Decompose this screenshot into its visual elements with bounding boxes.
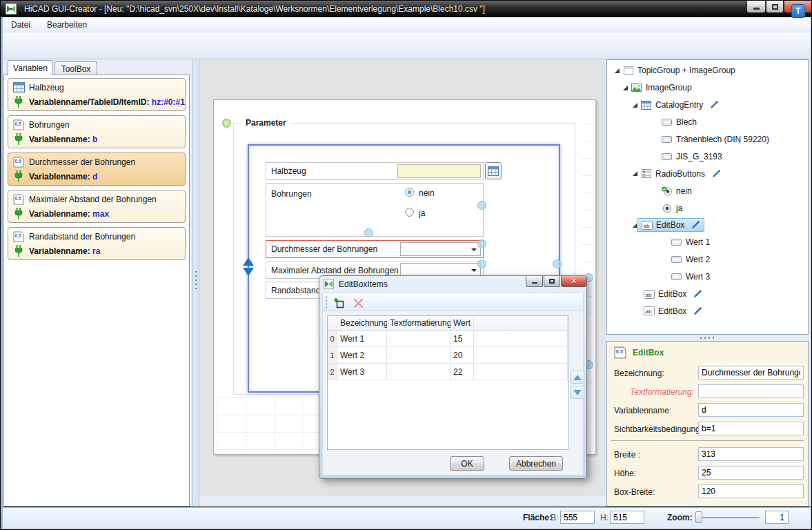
title-bar[interactable]: HiCAD GUI-Creator - [Neu: "D:\hicad_svn\… — [1, 1, 812, 17]
table-row[interactable]: 2 Wert 3 22 — [328, 364, 568, 380]
column-header-textformatierung[interactable]: Textformatierung — [387, 316, 450, 331]
tree-item-imagegroup[interactable]: ImageGroup — [607, 79, 808, 97]
tree-item-ja[interactable]: ja — [607, 199, 808, 217]
tree-item-label: EditBox — [656, 220, 684, 230]
delete-row-button[interactable] — [350, 295, 366, 311]
table-row[interactable]: 0 Wert 1 15 — [328, 331, 568, 347]
variable-card-max-abstand[interactable]: 0.5 Maximaler Abstand der Bohrungen Vari… — [8, 190, 186, 223]
tab-variablen[interactable]: Variablen — [8, 60, 53, 75]
editboxitems-dialog[interactable]: EditBoxItems ✕ Bezeichn — [319, 275, 587, 479]
prop-input-variablenname[interactable] — [698, 403, 804, 417]
tree-item-editbox-selected[interactable]: ab EditBox — [607, 217, 808, 234]
splitter-grip[interactable] — [195, 270, 198, 291]
tree-item-catalogentry[interactable]: CatalogEntry — [607, 97, 808, 114]
edit-pencil-icon[interactable] — [693, 289, 702, 299]
card-title: Bohrungen — [29, 120, 70, 130]
column-header-wert[interactable]: Wert — [450, 316, 474, 331]
cancel-button[interactable]: Abbrechen — [509, 456, 563, 471]
zoom-value-input[interactable] — [765, 511, 789, 524]
halbzeug-input[interactable] — [397, 164, 481, 178]
move-row-down-button[interactable] — [570, 386, 584, 399]
menu-bearbeiten[interactable]: Bearbeiten — [39, 17, 95, 32]
dialog-title-bar[interactable]: EditBoxItems — [324, 279, 388, 289]
edit-pencil-icon[interactable] — [711, 169, 721, 179]
prop-input-bezeichnung[interactable] — [698, 366, 804, 380]
tree-expander-icon[interactable] — [631, 102, 639, 108]
variable-card-halbzeug[interactable]: Halbzeug Variablenname/TableID/ItemID: h… — [8, 78, 186, 111]
table-row[interactable]: 1 Wert 2 20 — [328, 347, 568, 364]
variable-card-bohrungen[interactable]: 0.5 Bohrungen Variablenname: b — [8, 115, 186, 148]
add-row-button[interactable] — [331, 295, 346, 311]
tree-item-blech[interactable]: Blech — [607, 114, 808, 131]
prop-input-sichtbarkeit[interactable] — [698, 422, 804, 435]
cell-bezeichnung[interactable]: Wert 1 — [337, 331, 387, 347]
form-row-bohrungen[interactable]: Bohrungen — [266, 183, 484, 237]
cell-wert[interactable]: 20 — [450, 347, 474, 364]
zoom-slider-thumb[interactable] — [695, 511, 702, 523]
tree-item-traenenblech[interactable]: Tränenblech (DIN 59220) — [607, 131, 808, 148]
zoom-slider-track[interactable] — [696, 517, 760, 518]
cell-bezeichnung[interactable]: Wert 3 — [337, 364, 387, 380]
tree-item-wert1[interactable]: Wert 1 — [607, 234, 808, 251]
dialog-minimize-button[interactable] — [526, 276, 543, 287]
variable-card-durchmesser[interactable]: 0.5 Durchmesser der Bohrungen Variablenn… — [8, 153, 186, 186]
selection-handle[interactable] — [553, 259, 562, 268]
entry-icon — [671, 256, 682, 263]
cell-wert[interactable]: 22 — [450, 364, 474, 380]
tree-item-label: Wert 3 — [686, 272, 710, 282]
tree-item-jis[interactable]: JIS_G_3193 — [607, 148, 808, 165]
tab-toolbox[interactable]: ToolBox — [55, 61, 97, 75]
selection-handle[interactable] — [477, 201, 486, 210]
selection-handle[interactable] — [364, 228, 373, 237]
items-table[interactable]: Bezeichnung Textformatierung Wert 0 Wert… — [327, 315, 568, 450]
catalog-table-button[interactable] — [485, 162, 502, 179]
maximize-button[interactable] — [766, 1, 784, 13]
durchmesser-combobox[interactable] — [400, 242, 481, 256]
tree-item-wert2[interactable]: Wert 2 — [607, 251, 808, 268]
selected-tree-item[interactable]: ab EditBox — [637, 218, 704, 232]
radio-nein[interactable] — [405, 188, 414, 197]
cell-wert[interactable]: 15 — [450, 331, 474, 347]
max-abstand-combobox[interactable] — [400, 263, 481, 277]
tree-item-radiobuttons[interactable]: RadioButtons — [607, 165, 808, 182]
minimize-button[interactable] — [746, 1, 766, 13]
cell-bezeichnung[interactable]: Wert 2 — [337, 347, 387, 364]
flaeche-h-input[interactable] — [610, 511, 644, 524]
tree-item-wert3[interactable]: Wert 3 — [607, 268, 808, 286]
cell-textformatierung[interactable] — [387, 347, 450, 364]
tree-item-editbox3[interactable]: ab EditBox — [607, 302, 808, 320]
selection-handle[interactable] — [477, 259, 486, 268]
toolbar-grip[interactable] — [325, 295, 328, 309]
prop-input-breite[interactable] — [698, 447, 804, 461]
flaeche-b-input[interactable] — [560, 511, 595, 524]
tree-item-topicgroup[interactable]: TopicGroup + ImageGroup — [607, 62, 808, 79]
variable-card-randabstand[interactable]: 0.5 Randabstand der Bohrungen Variablenn… — [8, 227, 186, 260]
left-splitter[interactable] — [192, 59, 199, 507]
dialog-close-button[interactable]: ✕ — [561, 276, 586, 287]
prop-input-hoehe[interactable] — [698, 466, 804, 480]
move-row-up-button[interactable] — [570, 371, 584, 384]
tree-expander-icon[interactable] — [621, 85, 629, 91]
group-move-handle[interactable] — [222, 119, 231, 128]
dialog-maximize-button[interactable] — [544, 276, 560, 287]
right-splitter[interactable] — [606, 335, 809, 341]
edit-pencil-icon[interactable] — [693, 306, 702, 316]
tree-expander-icon[interactable] — [631, 170, 639, 177]
column-header-bezeichnung[interactable]: Bezeichnung — [337, 316, 387, 331]
selection-handle[interactable] — [477, 239, 486, 248]
prop-input-textformatierung[interactable] — [698, 384, 804, 398]
tree-item-editbox2[interactable]: ab EditBox — [607, 286, 808, 303]
cell-textformatierung[interactable] — [387, 331, 450, 347]
edit-pencil-icon[interactable] — [709, 100, 719, 110]
menu-datei[interactable]: Datei — [3, 17, 39, 32]
prop-input-box-breite[interactable] — [698, 484, 804, 498]
reorder-arrows[interactable] — [243, 257, 254, 276]
tree-item-nein[interactable]: nein — [607, 182, 808, 199]
ok-button[interactable]: OK — [450, 456, 484, 471]
splitter-grip[interactable] — [699, 336, 717, 340]
cell-textformatierung[interactable] — [387, 364, 450, 380]
tree-expander-icon[interactable] — [613, 68, 621, 74]
edit-pencil-icon[interactable] — [691, 220, 700, 230]
radio-ja[interactable] — [405, 208, 414, 217]
text-mode-button[interactable]: T — [791, 4, 805, 18]
